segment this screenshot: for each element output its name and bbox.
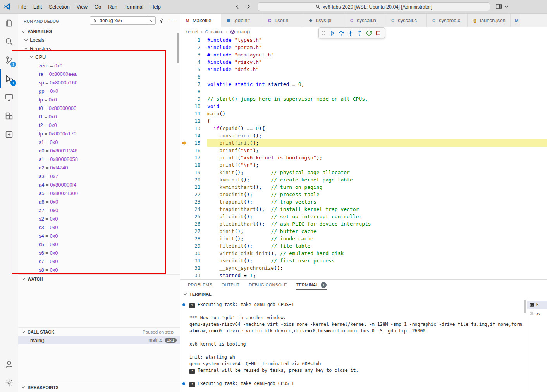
gutter-glyph-margin[interactable]: [180, 191, 189, 198]
register-row[interactable]: ra = 0x80000eea: [18, 70, 180, 78]
code-line[interactable]: 25 plicinit(); // set up interrupt contr…: [180, 213, 547, 220]
menu-go[interactable]: Go: [91, 0, 105, 14]
gutter-glyph-margin[interactable]: [180, 154, 189, 161]
code-line[interactable]: 26 plicinithart(); // ask PLIC for devic…: [180, 220, 547, 228]
gutter-glyph-margin[interactable]: [180, 125, 189, 132]
panel-tab-output[interactable]: OUTPUT: [222, 280, 239, 290]
back-arrow-icon[interactable]: [234, 3, 241, 10]
code-line[interactable]: 5#include "defs.h": [180, 66, 547, 73]
code-line[interactable]: 15 printfinit();: [180, 139, 547, 147]
register-row[interactable]: gp = 0x0: [18, 87, 180, 95]
gutter-glyph-margin[interactable]: [180, 36, 189, 44]
register-row[interactable]: t0 = 0x80000000: [18, 104, 180, 112]
activity-run-and-debug[interactable]: 1: [0, 69, 18, 88]
activity-accounts[interactable]: [0, 355, 18, 373]
activity-explorer[interactable]: [0, 14, 18, 32]
register-row[interactable]: s5 = 0x0: [18, 240, 180, 248]
debug-step-out-button[interactable]: [355, 28, 364, 38]
register-row[interactable]: a5 = 0x80021300: [18, 189, 180, 197]
activity-custom-view[interactable]: [0, 125, 18, 144]
gutter-glyph-margin[interactable]: [180, 272, 189, 279]
tab-launch.json[interactable]: {}launch.json: [468, 14, 511, 27]
code-line[interactable]: 3#include "memlayout.h": [180, 51, 547, 58]
code-line[interactable]: 10void: [180, 103, 547, 110]
gutter-glyph-margin[interactable]: [180, 58, 189, 66]
menu-view[interactable]: View: [73, 0, 91, 14]
gutter-glyph-margin[interactable]: [180, 95, 189, 103]
gutter-glyph-margin[interactable]: [180, 220, 189, 228]
breakpoints-section-header[interactable]: BREAKPOINTS: [18, 383, 180, 391]
debug-restart-button[interactable]: [364, 28, 373, 38]
gutter-glyph-margin[interactable]: [180, 73, 189, 80]
menu-help[interactable]: Help: [147, 0, 164, 14]
sidebar-scrollbar[interactable]: [177, 33, 179, 63]
code-line[interactable]: 22 procinit(); // process table: [180, 191, 547, 198]
debug-step-over-button[interactable]: [336, 28, 346, 38]
register-row[interactable]: a1 = 0x80008058: [18, 155, 180, 163]
tab-syscall.c[interactable]: Csyscall.c: [385, 14, 427, 27]
code-line[interactable]: 6: [180, 73, 547, 80]
register-row[interactable]: sp = 0x8000a160: [18, 78, 180, 87]
menu-file[interactable]: File: [15, 0, 30, 14]
gutter-glyph-margin[interactable]: [180, 161, 189, 169]
debug-settings-gear-icon[interactable]: [158, 18, 164, 24]
gutter-glyph-margin[interactable]: [180, 198, 189, 205]
register-row[interactable]: a2 = 0xf4240: [18, 163, 180, 172]
gutter-glyph-margin[interactable]: [180, 88, 189, 95]
code-line[interactable]: 29 fileinit(); // file table: [180, 242, 547, 250]
activity-remote-explorer[interactable]: [0, 88, 18, 106]
gutter-glyph-margin[interactable]: [180, 264, 189, 272]
register-row[interactable]: a3 = 0x7: [18, 172, 180, 180]
gutter-glyph-margin[interactable]: [180, 257, 189, 264]
register-row[interactable]: tp = 0x0: [18, 95, 180, 104]
register-row[interactable]: a6 = 0x0: [18, 197, 180, 206]
start-debugging-icon[interactable]: [93, 18, 98, 23]
code-editor[interactable]: 1#include "types.h"2#include "param.h"3#…: [180, 36, 547, 279]
code-line[interactable]: 23 trapinit(); // trap vectors: [180, 198, 547, 205]
code-line[interactable]: 21 kvminithart(); // turn on paging: [180, 183, 547, 191]
terminal-scrollbar[interactable]: [524, 300, 526, 313]
dropdown-chevron-icon[interactable]: [148, 17, 155, 24]
register-row[interactable]: a7 = 0x0: [18, 206, 180, 214]
gutter-glyph-margin[interactable]: [180, 183, 189, 191]
debug-config-dropdown[interactable]: debug xv6: [90, 16, 156, 25]
task-item[interactable]: b: [527, 301, 547, 309]
activity-search[interactable]: [0, 32, 18, 51]
code-line[interactable]: 2#include "param.h": [180, 44, 547, 51]
gutter-glyph-margin[interactable]: [180, 66, 189, 73]
current-line-arrow-icon[interactable]: [180, 139, 189, 147]
gutter-glyph-margin[interactable]: [180, 110, 189, 117]
tab-usys.pl[interactable]: ◆usys.pl: [303, 14, 344, 27]
register-row[interactable]: s7 = 0x0: [18, 257, 180, 265]
code-line[interactable]: 30 virtio_disk_init(); // emulated hard …: [180, 250, 547, 257]
gutter-glyph-margin[interactable]: [180, 250, 189, 257]
code-line[interactable]: 20 kvminit(); // create kernel page tabl…: [180, 176, 547, 183]
debug-continue-button[interactable]: [327, 28, 336, 38]
register-row[interactable]: s1 = 0x0: [18, 138, 180, 146]
terminal-section-header[interactable]: TERMINAL: [180, 290, 547, 298]
forward-arrow-icon[interactable]: [245, 3, 251, 10]
code-line[interactable]: 14 consoleinit();: [180, 132, 547, 139]
register-row[interactable]: s3 = 0x0: [18, 223, 180, 231]
register-row[interactable]: s6 = 0x0: [18, 248, 180, 257]
gutter-glyph-margin[interactable]: [180, 117, 189, 125]
menu-edit[interactable]: Edit: [30, 0, 45, 14]
activity-source-control[interactable]: 3: [0, 51, 18, 69]
tab-sysproc.c[interactable]: Csysproc.c: [427, 14, 468, 27]
code-line[interactable]: 17 printf("xv6 kernel is booting\n");: [180, 154, 547, 161]
code-line[interactable]: 19 kinit(); // physical page allocator: [180, 169, 547, 176]
gutter-glyph-margin[interactable]: [180, 176, 189, 183]
panel-tab-problems[interactable]: PROBLEMS: [188, 280, 212, 290]
tree-item-registers[interactable]: Registers: [18, 44, 180, 53]
breadcrumb-item[interactable]: main(): [230, 29, 250, 34]
code-line[interactable]: 11main(): [180, 110, 547, 117]
gutter-glyph-margin[interactable]: [180, 80, 189, 88]
code-line[interactable]: 31 userinit(); // first user process: [180, 257, 547, 264]
tab-partial[interactable]: M: [511, 14, 520, 27]
breadcrumb-item[interactable]: Cmain.c: [205, 29, 224, 34]
gutter-glyph-margin[interactable]: [180, 169, 189, 176]
gutter-glyph-margin[interactable]: [180, 132, 189, 139]
gutter-glyph-margin[interactable]: [180, 44, 189, 51]
code-line[interactable]: 4#include "riscv.h": [180, 58, 547, 66]
code-line[interactable]: 27 binit(); // buffer cache: [180, 228, 547, 235]
